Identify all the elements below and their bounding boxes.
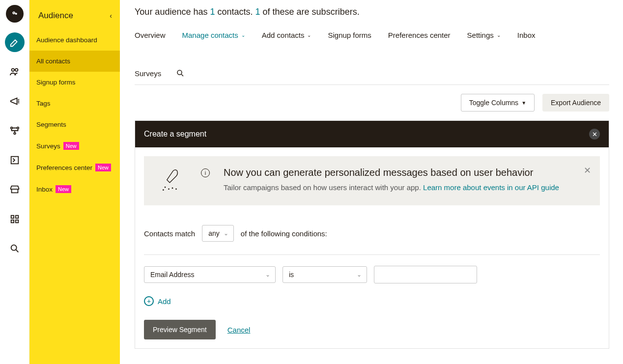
nav-audience[interactable] [5, 62, 25, 82]
sidebar-item-label: Tags [36, 100, 51, 107]
svg-point-7 [17, 127, 19, 129]
events-info-card: i Now you can generate personalized mess… [144, 156, 600, 205]
svg-point-5 [15, 69, 17, 72]
chevron-down-icon: ▼ [521, 100, 526, 106]
mailchimp-logo-icon [9, 8, 20, 19]
info-heading: Now you can generate personalized messag… [224, 167, 559, 178]
divider [144, 254, 600, 255]
tab-surveys[interactable]: Surveys [135, 64, 161, 84]
sidebar-item-tags[interactable]: Tags [29, 93, 120, 114]
add-condition-button[interactable]: + Add [144, 296, 600, 306]
svg-rect-12 [11, 220, 14, 223]
megaphone-icon [9, 96, 20, 107]
sidebar-title: Audience [38, 11, 73, 21]
svg-point-19 [175, 188, 177, 190]
search-icon [176, 69, 185, 78]
condition-operator-select[interactable]: is [283, 266, 367, 283]
sidebar-item-audience-dashboard[interactable]: Audience dashboard [29, 29, 120, 51]
sidebar-item-label: Preferences center [36, 164, 92, 171]
nav-integrations[interactable] [5, 209, 25, 229]
sidebar-item-inbox[interactable]: InboxNew [29, 178, 120, 200]
tab-overview[interactable]: Overview [135, 26, 166, 46]
svg-point-3 [13, 12, 14, 13]
sidebar-item-label: Signup forms [36, 79, 76, 86]
tabs: OverviewManage contacts⌄Add contacts⌄Sig… [135, 26, 609, 85]
new-badge: New [56, 185, 71, 193]
condition-field-select[interactable]: Email Address [144, 266, 276, 283]
tab-signup-forms[interactable]: Signup forms [328, 26, 371, 46]
export-audience-button[interactable]: Export Audience [542, 94, 609, 112]
match-mode-select[interactable]: any [202, 225, 234, 242]
sidebar-item-all-contacts[interactable]: All contacts [29, 51, 120, 72]
sidebar-item-label: Segments [36, 121, 66, 128]
chevron-down-icon: ⌄ [307, 32, 311, 38]
nav-campaigns[interactable] [5, 91, 25, 111]
preview-segment-button[interactable]: Preview Segment [144, 320, 216, 339]
tab-manage-contacts[interactable]: Manage contacts⌄ [182, 26, 245, 46]
toggle-columns-button[interactable]: Toggle Columns ▼ [461, 94, 535, 112]
sidebar-item-label: Inbox [36, 186, 53, 193]
nav-automations[interactable] [5, 121, 25, 140]
tab-inbox[interactable]: Inbox [517, 26, 536, 46]
nav-content[interactable] [5, 180, 25, 199]
create-segment-panel: Create a segment ✕ i Now you can generat… [135, 120, 609, 349]
apps-icon [9, 214, 20, 224]
svg-point-15 [177, 70, 182, 75]
chevron-down-icon: ⌄ [241, 32, 245, 38]
illustration-hand-icon [158, 167, 187, 195]
close-panel-button[interactable]: ✕ [589, 129, 600, 140]
info-icon: i [201, 168, 210, 177]
tab-settings[interactable]: Settings⌄ [467, 26, 501, 46]
tab-search[interactable] [176, 64, 185, 84]
tab-preferences-center[interactable]: Preferences center [388, 26, 451, 46]
svg-point-18 [172, 188, 173, 189]
svg-point-14 [11, 245, 16, 251]
svg-rect-11 [15, 216, 18, 219]
nav-website[interactable] [5, 150, 25, 170]
svg-point-4 [11, 69, 14, 72]
learn-more-link[interactable]: Learn more about events in our API guide [423, 183, 559, 192]
panel-title: Create a segment [144, 130, 206, 139]
sidebar-item-label: Audience dashboard [36, 36, 97, 44]
contacts-icon [9, 66, 20, 77]
sidebar: Audience ‹ Audience dashboardAll contact… [29, 0, 120, 364]
cancel-link[interactable]: Cancel [227, 326, 251, 334]
svg-rect-13 [15, 220, 18, 223]
sidebar-item-label: All contacts [36, 57, 70, 65]
main-content: Your audience has 1 contacts. 1 of these… [120, 0, 623, 364]
search-icon [9, 243, 20, 254]
svg-point-20 [163, 189, 164, 191]
new-badge: New [95, 164, 111, 171]
conditions-suffix-label: of the following conditions: [241, 229, 327, 238]
sidebar-item-signup-forms[interactable]: Signup forms [29, 72, 120, 93]
sidebar-item-label: Surveys [36, 142, 60, 150]
contacts-match-label: Contacts match [144, 229, 195, 238]
sidebar-item-preferences-center[interactable]: Preferences centerNew [29, 157, 120, 178]
svg-point-6 [10, 127, 12, 129]
sidebar-item-surveys[interactable]: SurveysNew [29, 135, 120, 157]
contacts-count: 1 [210, 7, 215, 17]
svg-point-2 [15, 13, 17, 15]
svg-point-16 [165, 187, 166, 188]
nav-create[interactable] [5, 32, 25, 52]
store-icon [9, 184, 20, 195]
new-badge: New [63, 142, 79, 150]
subscribers-count: 1 [255, 7, 260, 17]
plus-icon: + [144, 296, 154, 306]
svg-point-17 [168, 188, 170, 190]
dismiss-info-button[interactable]: ✕ [584, 165, 591, 176]
sidebar-item-segments[interactable]: Segments [29, 114, 120, 135]
svg-point-8 [14, 133, 16, 135]
tab-add-contacts[interactable]: Add contacts⌄ [262, 26, 312, 46]
info-body: Tailor campaigns based on how users inte… [224, 182, 559, 194]
condition-value-input[interactable] [374, 266, 477, 283]
icon-rail [0, 0, 29, 364]
collapse-sidebar-icon[interactable]: ‹ [110, 12, 112, 20]
journeys-icon [9, 125, 20, 136]
page-icon [9, 155, 20, 166]
audience-headline: Your audience has 1 contacts. 1 of these… [135, 7, 609, 17]
pencil-icon [9, 37, 20, 48]
logo[interactable] [6, 5, 24, 23]
chevron-down-icon: ⌄ [497, 32, 501, 38]
nav-search[interactable] [5, 239, 25, 258]
